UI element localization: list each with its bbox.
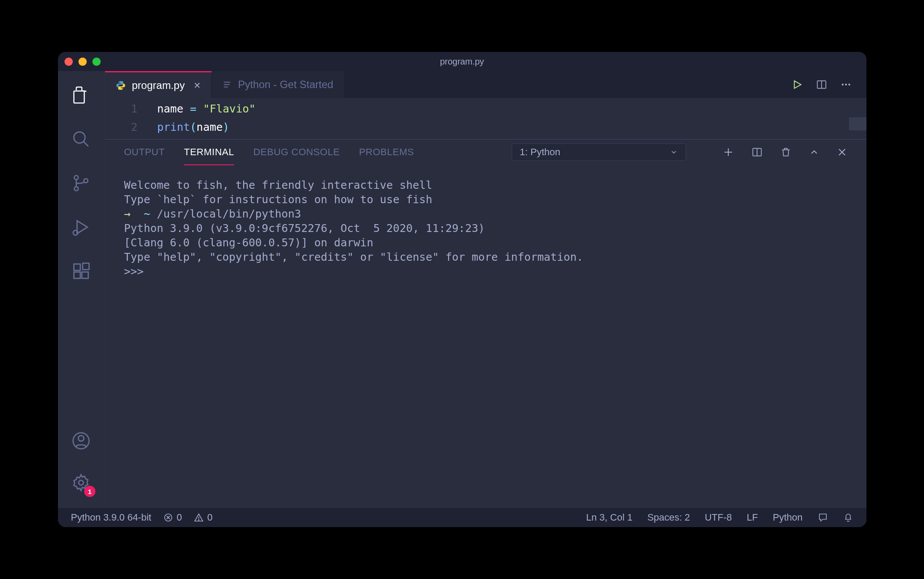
split-terminal-icon[interactable]: [751, 146, 763, 158]
traffic-lights: [65, 58, 101, 66]
settings-gear-icon[interactable]: 1: [69, 470, 93, 495]
status-indentation[interactable]: Spaces: 2: [647, 512, 690, 523]
svg-rect-0: [74, 91, 85, 103]
svg-point-18: [842, 84, 843, 85]
svg-point-12: [79, 480, 84, 485]
chevron-down-icon: [670, 148, 678, 156]
minimap[interactable]: [849, 117, 866, 130]
code-editor[interactable]: 1 name = "Flavio" 2 print(name): [105, 98, 866, 140]
activity-bar: 1: [58, 71, 105, 508]
svg-point-2: [74, 176, 78, 180]
explorer-icon[interactable]: [69, 83, 93, 107]
svg-point-11: [78, 436, 84, 441]
lines-icon: [222, 80, 232, 89]
svg-rect-9: [83, 263, 89, 270]
bottom-panel: OUTPUT TERMINAL DEBUG CONSOLE PROBLEMS 1…: [105, 140, 866, 508]
accounts-icon[interactable]: [69, 429, 93, 453]
panel-tab-debug-console[interactable]: DEBUG CONSOLE: [253, 140, 340, 164]
tab-label: Python - Get Started: [238, 78, 333, 91]
tab-program-py[interactable]: program.py ✕: [105, 71, 212, 98]
panel-tab-terminal[interactable]: TERMINAL: [184, 140, 234, 164]
editor-tabbar: program.py ✕ Python - Get Started: [105, 71, 866, 98]
run-debug-icon[interactable]: [69, 215, 93, 239]
python-file-icon: [116, 80, 126, 91]
terminal-selector-label: 1: Python: [520, 146, 561, 158]
new-terminal-icon[interactable]: [723, 146, 734, 158]
code-line-2: print(name): [157, 118, 230, 136]
panel-tabs: OUTPUT TERMINAL DEBUG CONSOLE PROBLEMS 1…: [105, 140, 866, 165]
maximize-window-button[interactable]: [92, 58, 101, 66]
tab-python-get-started[interactable]: Python - Get Started: [212, 71, 344, 98]
svg-point-19: [845, 84, 846, 85]
status-encoding[interactable]: UTF-8: [705, 512, 732, 523]
panel-tab-output[interactable]: OUTPUT: [124, 140, 165, 164]
source-control-icon[interactable]: [69, 171, 93, 195]
svg-rect-6: [74, 264, 81, 271]
terminal-selector[interactable]: 1: Python: [512, 143, 686, 161]
notifications-bell-icon[interactable]: [843, 512, 853, 523]
status-bar: Python 3.9.0 64-bit 0 0 Ln 3, Col 1 Spac…: [58, 508, 866, 527]
line-number: 2: [105, 118, 157, 136]
search-icon[interactable]: [69, 127, 93, 151]
window-title: program.py: [440, 57, 484, 67]
more-actions-icon[interactable]: [840, 79, 852, 90]
code-line-1: name = "Flavio": [157, 100, 256, 118]
terminal-output[interactable]: Welcome to fish, the friendly interactiv…: [105, 165, 866, 508]
svg-point-31: [199, 520, 199, 520]
minimize-window-button[interactable]: [78, 58, 87, 66]
extensions-icon[interactable]: [69, 259, 93, 283]
kill-terminal-icon[interactable]: [780, 146, 792, 158]
split-editor-icon[interactable]: [816, 79, 827, 90]
svg-rect-8: [82, 272, 88, 279]
svg-point-3: [74, 187, 78, 191]
feedback-icon[interactable]: [818, 512, 828, 523]
maximize-panel-icon[interactable]: [809, 147, 819, 157]
main-column: program.py ✕ Python - Get Started: [105, 71, 866, 508]
body-area: 1 program.py ✕: [58, 71, 866, 508]
svg-rect-7: [74, 272, 81, 279]
status-language-mode[interactable]: Python: [773, 512, 803, 523]
titlebar: program.py: [58, 52, 866, 71]
settings-badge: 1: [84, 486, 95, 497]
svg-point-1: [74, 132, 85, 143]
close-window-button[interactable]: [65, 58, 73, 66]
line-number: 1: [105, 100, 157, 118]
vscode-window: program.py: [58, 52, 866, 527]
status-cursor-position[interactable]: Ln 3, Col 1: [586, 512, 632, 523]
close-tab-icon[interactable]: ✕: [194, 80, 201, 91]
svg-point-20: [848, 84, 850, 85]
run-file-icon[interactable]: [792, 79, 803, 90]
status-eol[interactable]: LF: [747, 512, 758, 523]
status-errors[interactable]: 0: [163, 512, 182, 523]
tab-label: program.py: [132, 79, 185, 92]
status-python-version[interactable]: Python 3.9.0 64-bit: [71, 512, 152, 523]
panel-tab-problems[interactable]: PROBLEMS: [359, 140, 414, 164]
close-panel-icon[interactable]: [837, 147, 847, 157]
status-warnings[interactable]: 0: [194, 512, 212, 523]
